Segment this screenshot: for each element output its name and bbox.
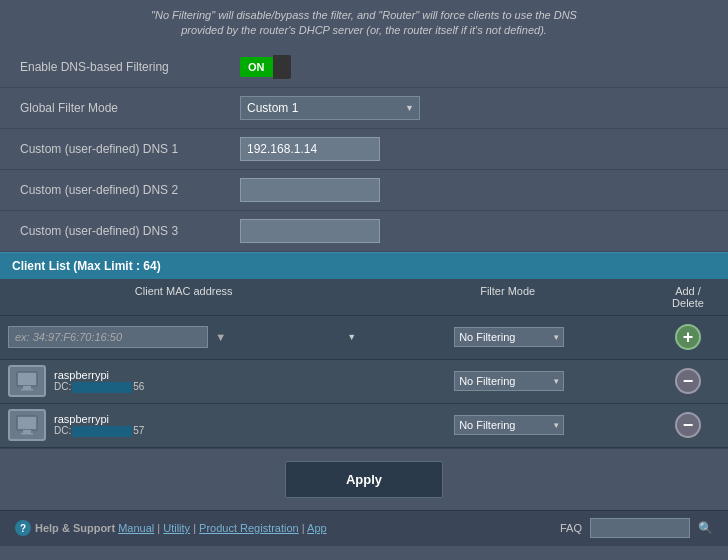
svg-rect-0: [17, 372, 37, 386]
device2-filter-cell: No Filtering Custom 1 Custom 2 Custom 3 …: [370, 415, 648, 435]
help-icon: ?: [15, 520, 31, 536]
device2-mac: DC: 57: [54, 425, 144, 437]
global-filter-control: Custom 1 Custom 2 Custom 3 No Filtering …: [240, 96, 708, 120]
dns-filtering-toggle[interactable]: ON: [240, 55, 291, 79]
dns1-label: Custom (user-defined) DNS 1: [20, 142, 240, 156]
footer-links: Help & Support Manual | Utility | Produc…: [35, 522, 327, 534]
add-client-button[interactable]: +: [675, 324, 701, 350]
table-row: raspberrypi DC: 56 No Filtering Custom 1…: [0, 360, 728, 404]
svg-rect-2: [21, 389, 33, 391]
mac-input-cell: ▼: [0, 326, 370, 348]
client-list-section: Client List (Max Limit : 64) Client MAC …: [0, 252, 728, 448]
toggle-on-label: ON: [240, 57, 273, 77]
device1-filter-wrapper: No Filtering Custom 1 Custom 2 Custom 3 …: [454, 371, 564, 391]
global-filter-label: Global Filter Mode: [20, 101, 240, 115]
main-container: "No Filtering" will disable/bypass the f…: [0, 0, 728, 560]
manual-link[interactable]: Manual: [118, 522, 154, 534]
device1-mac: DC: 56: [54, 381, 144, 393]
add-button-cell: +: [648, 324, 728, 350]
settings-area: Enable DNS-based Filtering ON Global Fil…: [0, 47, 728, 252]
new-filter-cell: No Filtering Custom 1 Custom 2 Custom 3 …: [370, 327, 648, 347]
device2-name: raspberrypi: [54, 413, 144, 425]
dns-filtering-row: Enable DNS-based Filtering ON: [0, 47, 728, 88]
dns1-input[interactable]: [240, 137, 380, 161]
footer-help: ? Help & Support Manual | Utility | Prod…: [15, 520, 327, 536]
dns3-row: Custom (user-defined) DNS 3: [0, 211, 728, 252]
col-mac-header: Client MAC address: [0, 279, 367, 315]
dns3-input[interactable]: [240, 219, 380, 243]
dns2-label: Custom (user-defined) DNS 2: [20, 183, 240, 197]
dns1-row: Custom (user-defined) DNS 1: [0, 129, 728, 170]
svg-rect-1: [23, 386, 31, 389]
mac-input-select-wrapper: ▼: [8, 326, 362, 348]
product-registration-link[interactable]: Product Registration: [199, 522, 299, 534]
col-add-header: Add / Delete: [648, 279, 728, 315]
dns-filtering-label: Enable DNS-based Filtering: [20, 60, 240, 74]
device2-icon: [8, 409, 46, 441]
info-line1: "No Filtering" will disable/bypass the f…: [151, 9, 577, 21]
device2-name-block: raspberrypi DC: 57: [54, 413, 144, 437]
info-banner: "No Filtering" will disable/bypass the f…: [0, 0, 728, 47]
client-input-row: ▼ No Filtering Custom 1 Custom 2 Custom …: [0, 316, 728, 360]
device1-mac-hidden: [72, 382, 132, 393]
device2-mac-hidden: [72, 426, 132, 437]
dns-filtering-control: ON: [240, 55, 708, 79]
info-line2: provided by the router's DHCP server (or…: [181, 24, 547, 36]
client-list-table: Client MAC address Filter Mode Add / Del…: [0, 279, 728, 448]
device1-icon: [8, 365, 46, 397]
table-header: Client MAC address Filter Mode Add / Del…: [0, 279, 728, 316]
device1-name-block: raspberrypi DC: 56: [54, 369, 144, 393]
global-filter-select-wrapper: Custom 1 Custom 2 Custom 3 No Filtering …: [240, 96, 420, 120]
svg-rect-4: [23, 430, 31, 433]
faq-label: FAQ: [560, 522, 582, 534]
faq-search-input[interactable]: [590, 518, 690, 538]
search-icon[interactable]: 🔍: [698, 521, 713, 535]
device1-info: raspberrypi DC: 56: [0, 363, 152, 399]
help-support-label: Help & Support: [35, 522, 118, 534]
app-link[interactable]: App: [307, 522, 327, 534]
toggle-off-part: [273, 55, 291, 79]
new-filter-select[interactable]: No Filtering Custom 1 Custom 2 Custom 3 …: [454, 327, 564, 347]
mac-address-input[interactable]: [8, 326, 208, 348]
dns1-control: [240, 137, 708, 161]
device2-remove-button[interactable]: −: [675, 412, 701, 438]
device2-filter-select[interactable]: No Filtering Custom 1 Custom 2 Custom 3 …: [454, 415, 564, 435]
dns3-control: [240, 219, 708, 243]
apply-button[interactable]: Apply: [285, 461, 443, 498]
device2-mac-cell: raspberrypi DC: 57: [0, 407, 370, 443]
svg-rect-5: [21, 433, 33, 435]
device2-info: raspberrypi DC: 57: [0, 407, 152, 443]
footer-faq: FAQ 🔍: [560, 518, 713, 538]
col-filter-header: Filter Mode: [367, 279, 648, 315]
device2-filter-wrapper: No Filtering Custom 1 Custom 2 Custom 3 …: [454, 415, 564, 435]
dns2-control: [240, 178, 708, 202]
device1-filter-cell: No Filtering Custom 1 Custom 2 Custom 3 …: [370, 371, 648, 391]
device1-filter-select[interactable]: No Filtering Custom 1 Custom 2 Custom 3 …: [454, 371, 564, 391]
global-filter-row: Global Filter Mode Custom 1 Custom 2 Cus…: [0, 88, 728, 129]
device1-remove-cell: −: [648, 368, 728, 394]
utility-link[interactable]: Utility: [163, 522, 190, 534]
device2-remove-cell: −: [648, 412, 728, 438]
device1-mac-cell: raspberrypi DC: 56: [0, 363, 370, 399]
new-filter-select-wrapper: No Filtering Custom 1 Custom 2 Custom 3 …: [454, 327, 564, 347]
dns2-input[interactable]: [240, 178, 380, 202]
global-filter-select[interactable]: Custom 1 Custom 2 Custom 3 No Filtering …: [240, 96, 420, 120]
client-list-header: Client List (Max Limit : 64): [0, 252, 728, 279]
footer: ? Help & Support Manual | Utility | Prod…: [0, 510, 728, 546]
device1-remove-button[interactable]: −: [675, 368, 701, 394]
table-row: raspberrypi DC: 57 No Filtering Custom 1…: [0, 404, 728, 448]
device1-name: raspberrypi: [54, 369, 144, 381]
dns2-row: Custom (user-defined) DNS 2: [0, 170, 728, 211]
apply-section: Apply: [0, 448, 728, 510]
dns3-label: Custom (user-defined) DNS 3: [20, 224, 240, 238]
svg-rect-3: [17, 416, 37, 430]
